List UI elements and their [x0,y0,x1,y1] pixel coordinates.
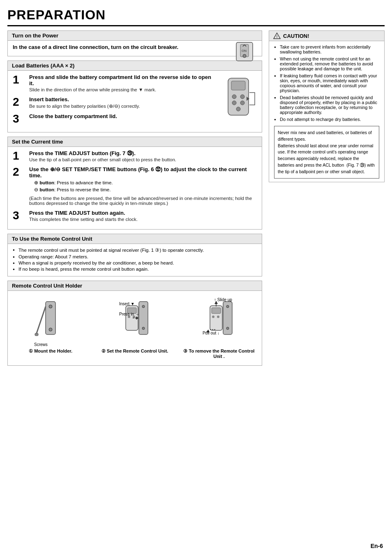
step-2-title: Insert batteries. [29,96,216,102]
remote-control-unit-body: The remote control unit must be pointed … [8,244,262,276]
time-step-2: 2 Use the ⊕/⊖ SET TEMP./SET TIME buttons… [13,166,257,206]
svg-point-6 [232,95,236,99]
list-item: When not using the remote control unit f… [274,56,379,71]
remove-remote-icon [203,297,235,347]
main-layout: Turn on the Power In the case of a direc… [7,30,385,370]
svg-point-13 [49,305,52,308]
screws-label: Screws [34,342,48,347]
svg-point-2 [243,54,246,58]
set-current-time-section: Set the Current time 1 Press the TIME AD… [7,137,262,230]
caution-list: Take care to prevent infants from accide… [274,44,379,122]
list-item: If leaking battery fluid comes in contac… [274,73,379,93]
time-step-1-content: Press the TIME ADJUST button (Fig. 7 ㉙).… [29,150,257,162]
caution-body: Take care to prevent infants from accide… [269,41,384,182]
step-3-content: Close the battery compartment lid. [29,113,216,120]
step-2-content: Insert batteries. Be sure to align the b… [29,96,216,109]
turn-on-power-header: Turn on the Power [8,31,262,41]
caution-header: ! CAUTION! [269,31,384,41]
svg-point-31 [212,316,214,318]
battery-step-1: 1 Press and slide the battery compartmen… [13,74,216,92]
svg-point-28 [226,327,229,330]
page-title: PREPARATION [7,7,385,26]
list-item: Operating range: About 7 meters. [13,254,257,259]
time-step-3-content: Press the TIME ADJUST button again. This… [29,210,257,222]
load-batteries-header: Load Batteries (AAA × 2) [8,61,262,71]
remote-control-holder-body: Screws ① Mount the Holder. [8,291,262,365]
time-step-2-sub2: ⊖ button: Press to reverse the time. [34,187,257,193]
insert-label: Insert ▼ [119,302,135,306]
set-current-time-body: 1 Press the TIME ADJUST button (Fig. 7 ㉙… [8,147,262,229]
turn-on-intro: In the case of a direct line connection,… [13,44,257,50]
time-step-2-content: Use the ⊕/⊖ SET TEMP./SET TIME buttons (… [29,166,257,206]
list-item: If no beep is heard, press the remote co… [13,267,257,272]
time-step-3-title: Press the TIME ADJUST button again. [29,210,257,216]
svg-point-27 [226,305,229,308]
list-item: The remote control unit must be pointed … [13,247,257,253]
svg-text:ON: ON [242,49,247,53]
remote-control-unit-section: To Use the Remote Control Unit The remot… [7,234,262,276]
holder-caption-3: ③ To remove the Remote Control Unit . [181,348,257,359]
time-step-2-paren: (Each time the buttons are pressed, the … [29,196,257,206]
time-step-1-title: Press the TIME ADJUST button (Fig. 7 ㉙). [29,150,257,156]
right-column: ! CAUTION! Take care to prevent infants … [269,30,385,370]
list-item: Do not attempt to recharge dry batteries… [274,117,379,122]
time-step-number-3: 3 [13,210,26,221]
holder-item-1: Screws ① Mount the Holder. [13,297,88,354]
set-current-time-header: Set the Current time [8,137,262,147]
time-step-2-title: Use the ⊕/⊖ SET TEMP./SET TIME buttons (… [29,166,257,179]
load-batteries-body: 1 Press and slide the battery compartmen… [8,71,262,132]
battery-step-3: 3 Close the battery compartment lid. [13,113,216,125]
time-step-3: 3 Press the TIME ADJUST button again. Th… [13,210,257,222]
svg-point-14 [49,328,52,331]
time-step-number-2: 2 [13,166,26,178]
time-step-number-1: 1 [13,150,26,162]
remote-control-unit-header: To Use the Remote Control Unit [8,234,262,244]
time-step-3-desc: This completes the time setting and star… [29,217,257,222]
svg-point-7 [240,95,244,99]
turn-on-power-body: In the case of a direct line connection,… [8,41,262,56]
holder-caption-1: ① Mount the Holder. [29,348,72,354]
page: PREPARATION Turn on the Power In the cas… [0,0,392,555]
svg-rect-16 [35,333,38,336]
slide-up-label: ↑ Slide up [214,297,232,302]
svg-rect-30 [212,308,221,313]
step-number-2: 2 [13,96,26,108]
step-number-1: 1 [13,74,26,86]
step-number-3: 3 [13,113,26,125]
step-3-title: Close the battery compartment lid. [29,113,216,119]
turn-on-power-section: Turn on the Power In the case of a direc… [7,30,262,56]
mount-holder-icon [34,297,67,347]
caution-section: ! CAUTION! Take care to prevent infants … [269,30,385,182]
remote-control-unit-list: The remote control unit must be pointed … [13,247,257,272]
remote-control-holder-section: Remote Control Unit Holder [7,281,262,366]
circuit-breaker-icon: ON [228,40,257,63]
battery-remote-icon [220,76,257,125]
step-1-content: Press and slide the battery compartment … [29,74,216,92]
step-1-title: Press and slide the battery compartment … [29,74,216,86]
list-item: Dead batteries should be removed quickly… [274,95,379,115]
holder-item-3: ↑ Slide up Pull out ↓ ③ To remove the Re… [181,297,257,359]
holder-caption-2: ② Set the Remote Control Unit. [101,348,168,354]
press-in-label: Press in → [119,312,139,316]
battery-step-2: 2 Insert batteries. Be sure to align the… [13,96,216,109]
list-item: Take care to prevent infants from accide… [274,44,379,54]
svg-text:!: ! [277,35,278,39]
caution-note: Never mix new and used batteries, or bat… [274,126,379,179]
svg-point-10 [236,107,240,111]
load-batteries-section: Load Batteries (AAA × 2) [7,60,262,132]
svg-point-8 [232,101,236,105]
svg-point-32 [217,316,219,318]
caution-triangle-icon: ! [273,33,281,39]
left-column: Turn on the Power In the case of a direc… [7,30,262,370]
svg-point-19 [142,327,145,330]
step-2-desc: Be sure to align the battery polarities … [29,103,216,109]
list-item: When a signal is properly received by th… [13,260,257,265]
time-step-1: 1 Press the TIME ADJUST button (Fig. 7 ㉙… [13,150,257,162]
pull-out-label: Pull out ↓ [203,331,219,335]
time-step-2-sub1: ⊕ button: Press to advance the time. [34,180,257,186]
remote-control-holder-header: Remote Control Unit Holder [8,281,262,291]
step-1-desc: Slide in the direction of the arrow whil… [29,87,216,92]
svg-rect-5 [231,81,245,90]
holder-item-2: Insert ▼ Press in → ② Set the Remote Con… [97,297,173,354]
page-number: En-6 [371,543,383,549]
